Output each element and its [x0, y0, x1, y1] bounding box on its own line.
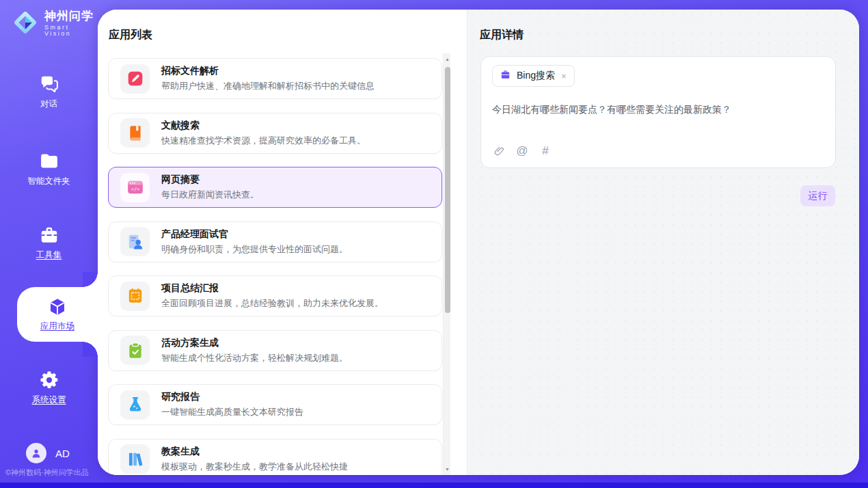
cube-icon — [47, 297, 68, 317]
app-description: 模板驱动，教案秒生成，教学准备从此轻松快捷 — [161, 461, 348, 473]
prompt-text[interactable]: 今日湖北有哪些新闻要点？有哪些需要关注的最新政策？ — [492, 103, 824, 144]
edit-doc-icon — [120, 64, 150, 94]
app-list-scrollbar[interactable]: ▲ ▼ — [443, 53, 450, 475]
sidebar-item-market[interactable]: 应用市场 — [17, 287, 98, 342]
briefcase-icon — [500, 69, 511, 83]
user-initials: AD — [55, 448, 70, 459]
main-content: 应用列表 招标文件解析 帮助用户快速、准确地理解和解析招标书中的关键信息 文献搜… — [98, 10, 859, 475]
brand-subtitle: Smart Vision — [44, 25, 98, 38]
app-list: 招标文件解析 帮助用户快速、准确地理解和解析招标书中的关键信息 文献搜索 快速精… — [108, 53, 442, 475]
app-description: 全面回顾项目进展，总结经验教训，助力未来优化发展。 — [161, 297, 383, 310]
prompt-input-card[interactable]: Bing搜索 × 今日湖北有哪些新闻要点？有哪些需要关注的最新政策？ @ # — [480, 56, 836, 168]
app-name: 项目总结汇报 — [161, 282, 383, 295]
app-detail-title: 应用详情 — [480, 28, 524, 42]
app-name: 文献搜索 — [161, 120, 366, 132]
app-description: 每日政府新闻资讯快查。 — [161, 189, 259, 201]
interview-icon — [120, 227, 150, 256]
toolbox-icon — [39, 225, 59, 245]
app-description: 快速精准查找学术资源，提高研究效率的必备工具。 — [161, 135, 366, 147]
app-description: 智能生成个性化活动方案，轻松解决规划难题。 — [161, 352, 348, 364]
user-menu[interactable]: AD — [26, 443, 70, 463]
app-card-1[interactable]: 文献搜索 快速精准查找学术资源，提高研究效率的必备工具。 — [108, 113, 442, 154]
brand-name: 神州问学 — [44, 10, 98, 23]
app-name: 网页摘要 — [161, 174, 259, 186]
sidebar-item-chat[interactable]: 对话 — [0, 74, 98, 110]
web-code-icon: </> — [120, 173, 150, 202]
app-name: 活动方案生成 — [161, 337, 348, 349]
app-description: 一键智能生成高质量长文本研究报告 — [161, 406, 303, 418]
app-card-6[interactable]: 研究报告 一键智能生成高质量长文本研究报告 — [108, 384, 442, 425]
scrollbar-up-arrow-icon[interactable]: ▲ — [444, 55, 451, 64]
app-window: 神州问学 Smart Vision 对话 智能文件夹 工具集 应用市场 系统设置 — [0, 0, 868, 488]
gear-icon — [39, 370, 59, 390]
books-icon — [120, 444, 150, 474]
svg-text:</>: </> — [131, 187, 139, 192]
report-note-icon — [120, 282, 150, 311]
sidebar-item-settings[interactable]: 系统设置 — [0, 370, 98, 406]
run-button[interactable]: 运行 — [800, 185, 835, 206]
app-card-5[interactable]: 活动方案生成 智能生成个性化活动方案，轻松解决规划难题。 — [108, 330, 442, 371]
hash-icon[interactable]: # — [539, 144, 552, 158]
brand-logo: 神州问学 Smart Vision — [11, 8, 98, 40]
avatar[interactable] — [26, 443, 46, 463]
mention-at-icon[interactable]: @ — [515, 144, 529, 158]
tool-tag-bing-search[interactable]: Bing搜索 × — [492, 65, 575, 87]
app-name: 产品经理面试官 — [161, 228, 348, 241]
app-name: 教案生成 — [161, 446, 348, 458]
app-card-2[interactable]: </> 网页摘要 每日政府新闻资讯快查。 — [108, 167, 442, 208]
bottom-accent-bar — [0, 483, 868, 488]
close-icon[interactable]: × — [560, 72, 567, 81]
research-icon — [120, 390, 150, 420]
app-description: 帮助用户快速、准确地理解和解析招标书中的关键信息 — [161, 80, 375, 92]
composer-toolbar: @ # — [492, 144, 824, 159]
chat-icon — [39, 74, 59, 94]
book-icon — [120, 118, 150, 148]
copyright-text: ©神州数码·神州问学出品 — [5, 467, 94, 478]
app-description: 明确身份和职责，为您提供专业性的面试问题。 — [161, 243, 348, 256]
scrollbar-thumb[interactable] — [445, 67, 450, 313]
folder-icon — [39, 151, 59, 172]
person-icon — [30, 447, 42, 459]
paperclip-icon[interactable] — [492, 144, 506, 158]
tool-tag-label: Bing搜索 — [517, 70, 555, 82]
clipboard-check-icon — [120, 336, 150, 365]
diamond-logo-icon — [11, 8, 40, 40]
app-card-0[interactable]: 招标文件解析 帮助用户快速、准确地理解和解析招标书中的关键信息 — [108, 58, 442, 99]
app-detail-panel: 应用详情 Bing搜索 × 今日湖北有哪些新闻要点？有哪些需要关注的最新政策？ — [467, 10, 859, 475]
app-list-title: 应用列表 — [109, 28, 152, 42]
app-list-panel: 应用列表 招标文件解析 帮助用户快速、准确地理解和解析招标书中的关键信息 文献搜… — [98, 10, 467, 475]
app-card-3[interactable]: 产品经理面试官 明确身份和职责，为您提供专业性的面试问题。 — [108, 221, 442, 262]
sidebar-item-tools[interactable]: 工具集 — [0, 225, 98, 261]
sidebar: 神州问学 Smart Vision 对话 智能文件夹 工具集 应用市场 系统设置 — [0, 0, 98, 488]
app-name: 招标文件解析 — [161, 65, 375, 77]
app-name: 研究报告 — [161, 391, 303, 403]
sidebar-item-folders[interactable]: 智能文件夹 — [0, 151, 98, 187]
scrollbar-down-arrow-icon[interactable]: ▼ — [444, 465, 451, 474]
app-card-4[interactable]: 项目总结汇报 全面回顾项目进展，总结经验教训，助力未来优化发展。 — [108, 275, 442, 316]
app-card-7[interactable]: 教案生成 模板驱动，教案秒生成，教学准备从此轻松快捷 — [108, 439, 442, 476]
